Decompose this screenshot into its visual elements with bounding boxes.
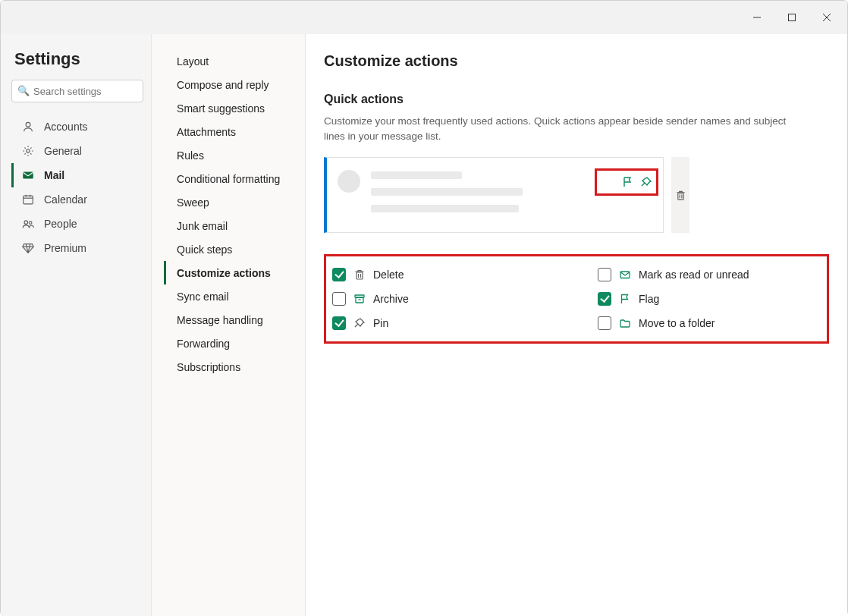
sub-rules[interactable]: Rules — [164, 143, 299, 167]
person-icon — [21, 120, 35, 134]
nav-accounts[interactable]: Accounts — [11, 115, 143, 139]
svg-point-12 — [29, 222, 32, 225]
mail-icon — [619, 269, 631, 281]
checkbox-mark-read[interactable] — [598, 268, 611, 281]
page-title-settings: Settings — [14, 49, 143, 69]
trash-icon — [353, 269, 366, 281]
gear-icon — [21, 144, 35, 158]
action-label: Move to a folder — [639, 317, 715, 329]
flag-icon — [622, 176, 634, 188]
nav-label: Calendar — [44, 193, 87, 206]
main-content: Customize actions Quick actions Customiz… — [306, 34, 847, 616]
placeholder-line — [371, 205, 519, 212]
search-icon: 🔍 — [17, 85, 30, 96]
flag-icon — [619, 293, 631, 305]
main-title: Customize actions — [324, 52, 829, 70]
sub-attachments[interactable]: Attachments — [164, 120, 299, 143]
sidebar-secondary: Layout Compose and reply Smart suggestio… — [152, 34, 306, 616]
sidebar-primary: Settings 🔍 Accounts General Mail Calenda… — [1, 34, 152, 616]
titlebar — [1, 1, 847, 34]
checkbox-archive[interactable] — [332, 292, 346, 306]
nav-label: People — [44, 218, 77, 230]
delete-hover-zone[interactable] — [671, 157, 689, 233]
pin-icon — [640, 176, 652, 188]
message-preview-card — [324, 157, 664, 233]
calendar-icon — [21, 193, 35, 206]
pin-icon — [353, 317, 366, 329]
nav-general[interactable]: General — [11, 139, 143, 163]
nav-calendar[interactable]: Calendar — [11, 187, 143, 212]
preview-quick-actions — [622, 176, 652, 188]
svg-rect-1 — [789, 14, 796, 21]
action-archive[interactable]: Archive — [332, 290, 552, 308]
archive-icon — [353, 293, 366, 305]
folder-icon — [619, 317, 631, 329]
svg-rect-13 — [677, 193, 683, 199]
placeholder-line — [371, 171, 462, 179]
sub-conditional[interactable]: Conditional formatting — [164, 167, 299, 190]
people-icon — [21, 217, 35, 231]
action-label: Pin — [373, 317, 388, 329]
window-maximize-button[interactable] — [774, 5, 809, 30]
window-minimize-button[interactable] — [740, 5, 774, 30]
diamond-icon — [21, 241, 35, 255]
checkbox-delete[interactable] — [332, 268, 346, 281]
nav-label: Premium — [44, 242, 86, 254]
nav-label: Accounts — [44, 121, 88, 133]
sub-layout[interactable]: Layout — [164, 49, 299, 73]
preview-row — [324, 157, 829, 233]
svg-rect-7 — [24, 196, 33, 204]
sub-subscriptions[interactable]: Subscriptions — [164, 355, 299, 379]
close-icon — [822, 13, 831, 22]
checkbox-move[interactable] — [598, 316, 611, 330]
maximize-icon — [787, 13, 796, 22]
actions-col-left: Delete Archive Pin — [332, 266, 552, 332]
settings-window: Settings 🔍 Accounts General Mail Calenda… — [0, 0, 848, 616]
action-move[interactable]: Move to a folder — [598, 314, 818, 332]
nav-label: General — [44, 145, 82, 157]
preview-lines — [371, 168, 652, 222]
nav-people[interactable]: People — [11, 212, 143, 236]
minimize-icon — [752, 13, 762, 22]
action-flag[interactable]: Flag — [598, 290, 818, 308]
section-desc: Customize your most frequently used acti… — [324, 114, 809, 143]
action-label: Archive — [373, 293, 409, 305]
trash-icon — [675, 190, 686, 201]
sub-quicksteps[interactable]: Quick steps — [164, 237, 299, 261]
window-close-button[interactable] — [809, 5, 844, 30]
sub-message-handling[interactable]: Message handling — [164, 308, 299, 332]
quick-actions-grid: Delete Archive Pin — [324, 254, 829, 344]
action-label: Delete — [373, 269, 404, 281]
nav-mail[interactable]: Mail — [11, 163, 143, 187]
checkbox-flag[interactable] — [598, 292, 611, 306]
sub-sweep[interactable]: Sweep — [164, 190, 299, 214]
sub-sync[interactable]: Sync email — [164, 284, 299, 308]
checkbox-pin[interactable] — [332, 316, 346, 330]
action-pin[interactable]: Pin — [332, 314, 552, 332]
nav-label: Mail — [44, 169, 64, 181]
action-label: Flag — [639, 293, 659, 305]
placeholder-line — [371, 188, 523, 196]
section-title: Quick actions — [324, 93, 829, 106]
sub-compose[interactable]: Compose and reply — [164, 73, 299, 96]
sub-forwarding[interactable]: Forwarding — [164, 332, 299, 355]
avatar-placeholder — [338, 170, 360, 193]
actions-col-right: Mark as read or unread Flag Move to a fo… — [598, 266, 818, 332]
svg-point-5 — [27, 149, 30, 152]
action-delete[interactable]: Delete — [332, 266, 552, 284]
search-input[interactable] — [11, 80, 143, 102]
mail-icon — [21, 168, 35, 182]
sub-junk[interactable]: Junk email — [164, 214, 299, 237]
svg-rect-17 — [356, 272, 363, 279]
sub-smart[interactable]: Smart suggestions — [164, 96, 299, 120]
svg-point-11 — [24, 221, 28, 225]
sub-customize-actions[interactable]: Customize actions — [164, 261, 299, 284]
nav-premium[interactable]: Premium — [11, 236, 143, 260]
action-label: Mark as read or unread — [639, 269, 749, 281]
search-wrapper: 🔍 — [11, 80, 143, 102]
svg-point-4 — [26, 122, 30, 127]
action-mark-read[interactable]: Mark as read or unread — [598, 266, 818, 284]
